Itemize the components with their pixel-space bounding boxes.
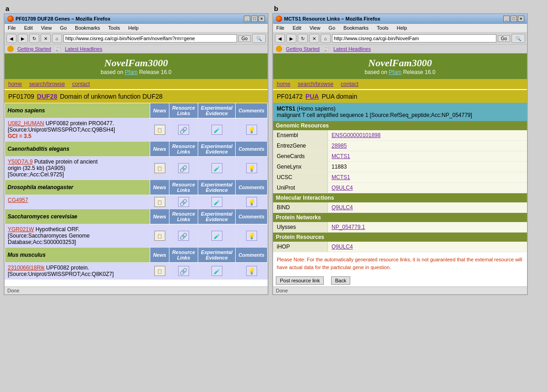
ensembl-link[interactable]: ENSG00000101898: [332, 132, 380, 138]
col-header-comments-3: Comments: [236, 180, 268, 195]
post-resource-link-btn[interactable]: Post resource link: [276, 276, 324, 285]
menu-file-a[interactable]: File: [6, 25, 17, 31]
news-icon-mus[interactable]: 📋: [154, 266, 165, 276]
resource-icon-sacch[interactable]: 🔗: [178, 231, 189, 241]
nav-home-a[interactable]: home: [8, 81, 22, 87]
exp-icon-mus[interactable]: 🧪: [211, 266, 222, 276]
gene-link-mus[interactable]: 2310066I18Rik: [8, 265, 45, 271]
bm-getting-started-b[interactable]: Getting Started: [286, 46, 320, 52]
back-page-btn[interactable]: Back: [331, 276, 350, 285]
resource-icon-mus[interactable]: 🔗: [178, 266, 189, 276]
menu-go-a[interactable]: Go: [58, 25, 68, 31]
reload-btn-b[interactable]: ↻: [298, 34, 308, 43]
ihop-link[interactable]: Q9ULC4: [332, 244, 353, 250]
page-header-a: NovelFam3000 based on Pfam Release 16.0: [5, 53, 268, 79]
resource-row-ucsc: UCSC MCTS1: [273, 172, 527, 183]
uniprot-link[interactable]: Q9ULC4: [332, 185, 353, 191]
pfam-link-b[interactable]: Pfam: [389, 69, 401, 75]
menu-go-b[interactable]: Go: [327, 25, 337, 31]
gene-link-homo[interactable]: U082_HUMAN: [8, 120, 44, 127]
resource-icon-celegans[interactable]: 🔗: [178, 163, 189, 173]
maximize-btn-b[interactable]: □: [511, 16, 517, 22]
organism-name-celegans: Caenorhabditis elegans: [5, 142, 150, 157]
stop-btn-a[interactable]: ✕: [41, 34, 51, 43]
resource-icon-homo[interactable]: 🔗: [178, 125, 189, 135]
news-icon-homo[interactable]: 📋: [154, 125, 165, 135]
news-icon-sacch[interactable]: 📋: [154, 231, 165, 241]
gene-link-celegans[interactable]: Y50D7A.9: [8, 159, 33, 165]
resource-label-genelynx: GeneLynx: [273, 162, 328, 172]
home-btn-a[interactable]: ⌂: [52, 34, 62, 43]
reload-btn-a[interactable]: ↻: [29, 34, 39, 43]
panel-b-label: b: [272, 4, 528, 13]
gene-row-droso: CG4957 📋 🔗 🧪 💡: [5, 195, 268, 209]
menu-help-a[interactable]: Help: [127, 25, 140, 31]
comments-icon-droso[interactable]: 💡: [246, 197, 257, 207]
ulysses-link[interactable]: NP_054779.1: [332, 224, 365, 230]
search-icon-b[interactable]: 🔍: [511, 34, 525, 43]
col-header-exp-1: ExperimentalEvidence: [198, 103, 236, 118]
nav-home-b[interactable]: home: [277, 81, 290, 87]
menu-edit-b[interactable]: Edit: [291, 25, 303, 31]
nav-search-a[interactable]: search/browse: [29, 81, 65, 87]
col-header-news-2: News: [150, 142, 169, 157]
search-icon-a[interactable]: 🔍: [252, 34, 266, 43]
entrez-link[interactable]: 28985: [332, 143, 347, 149]
gene-link-sacch[interactable]: YGR021W: [8, 226, 34, 233]
bm-latest-headlines-b[interactable]: Latest Headlines: [333, 46, 371, 52]
comments-icon-mus[interactable]: 💡: [246, 266, 257, 276]
back-btn-b[interactable]: ◀: [275, 34, 285, 43]
stop-btn-b[interactable]: ✕: [309, 34, 319, 43]
section-protein-resources: Protein Resources: [273, 233, 527, 242]
bm-getting-started-a[interactable]: Getting Started: [17, 46, 51, 52]
menu-edit-a[interactable]: Edit: [23, 25, 34, 31]
menu-tools-a[interactable]: Tools: [107, 25, 121, 31]
address-bar-a[interactable]: [63, 34, 237, 42]
menu-file-b[interactable]: File: [275, 25, 286, 31]
menu-help-b[interactable]: Help: [395, 25, 409, 31]
bind-link[interactable]: Q9ULC4: [332, 204, 353, 211]
genecards-link[interactable]: MCTS1: [332, 153, 350, 159]
menu-bookmarks-a[interactable]: Bookmarks: [74, 25, 101, 31]
gene-link-droso[interactable]: CG4957: [8, 197, 28, 203]
nav-contact-a[interactable]: contact: [72, 81, 90, 87]
menu-tools-b[interactable]: Tools: [375, 25, 390, 31]
back-btn-a[interactable]: ◀: [6, 34, 16, 43]
menu-view-b[interactable]: View: [308, 25, 322, 31]
menu-bookmarks-b[interactable]: Bookmarks: [342, 25, 370, 31]
minimize-btn-a[interactable]: _: [244, 16, 250, 22]
window-title-a: PF01709 DUF28 Genes – Mozilla Firefox: [16, 16, 111, 21]
exp-icon-droso[interactable]: 🧪: [211, 197, 222, 207]
bm-latest-headlines-a[interactable]: Latest Headlines: [65, 46, 102, 52]
domain-link-b[interactable]: PUA: [306, 93, 319, 100]
news-icon-celegans[interactable]: 📋: [154, 163, 165, 173]
comments-icon-homo[interactable]: 💡: [246, 125, 257, 135]
go-btn-b[interactable]: Go: [498, 35, 510, 42]
domain-link-a[interactable]: DUF28: [37, 93, 57, 100]
comments-cell-homo: 💡: [236, 118, 268, 142]
menu-view-a[interactable]: View: [40, 25, 53, 31]
comments-icon-celegans[interactable]: 💡: [246, 163, 257, 173]
resource-icon-droso[interactable]: 🔗: [178, 197, 189, 207]
exp-icon-homo[interactable]: 🧪: [211, 125, 222, 135]
ucsc-link[interactable]: MCTS1: [332, 174, 350, 180]
exp-icon-celegans[interactable]: 🧪: [211, 163, 222, 173]
nav-contact-b[interactable]: contact: [341, 81, 358, 87]
section-genomic: Genomic Resources: [273, 121, 527, 130]
maximize-btn-a[interactable]: □: [251, 16, 258, 22]
nav-search-b[interactable]: search/browse: [298, 81, 333, 87]
pfam-link-a[interactable]: Pfam: [125, 69, 137, 75]
exp-icon-sacch[interactable]: 🧪: [211, 231, 222, 241]
close-btn-a[interactable]: ×: [258, 16, 265, 22]
news-icon-droso[interactable]: 📋: [154, 197, 165, 207]
forward-btn-a[interactable]: ▶: [18, 34, 28, 43]
forward-btn-b[interactable]: ▶: [286, 34, 296, 43]
go-btn-a[interactable]: Go: [238, 35, 251, 42]
minimize-btn-b[interactable]: _: [503, 16, 510, 22]
organism-row-homo: Homo sapiens News ResourceLinks Experime…: [5, 103, 268, 118]
address-bar-b[interactable]: [332, 34, 496, 42]
comments-icon-sacch[interactable]: 💡: [246, 231, 257, 241]
close-btn-b[interactable]: ×: [518, 16, 524, 22]
home-btn-b[interactable]: ⌂: [321, 34, 331, 43]
resource-value-bind: Q9ULC4: [328, 202, 527, 212]
